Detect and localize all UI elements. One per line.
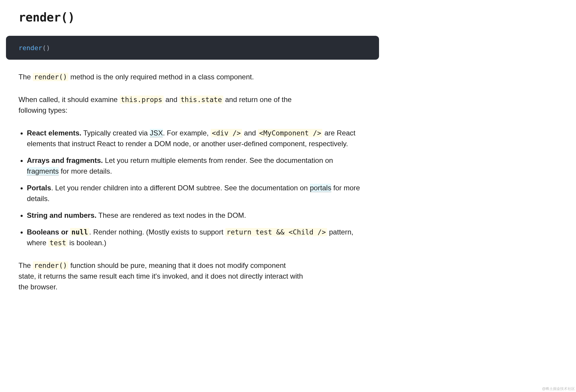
section-heading: render(): [0, 0, 385, 33]
paragraph-pure: The render() function should be pure, me…: [19, 260, 305, 292]
inline-code-render: render(): [33, 73, 68, 81]
inline-code-render: render(): [33, 261, 68, 270]
inline-code-test: test: [48, 239, 67, 247]
text: . For example,: [163, 129, 211, 137]
list-item: String and numbers. These are rendered a…: [27, 210, 366, 221]
text: Let you return multiple elements from re…: [103, 156, 333, 164]
list-item: Booleans or null. Render nothing. (Mostl…: [27, 227, 366, 248]
list-item: Arrays and fragments. Let you return mul…: [27, 155, 366, 177]
inline-code-state: this.state: [179, 95, 223, 104]
jsx-link[interactable]: JSX: [150, 129, 163, 137]
inline-code-null: null: [70, 228, 89, 236]
text: for more details.: [59, 167, 112, 175]
text: . Let you render children into a differe…: [51, 184, 310, 192]
text: is boolean.): [67, 239, 107, 247]
text: The: [19, 73, 33, 81]
text: The: [19, 261, 33, 269]
inline-code-return-test: return test && <Child />: [225, 228, 327, 236]
code-token-fn: render: [19, 44, 42, 52]
paragraph-examine: When called, it should examine this.prop…: [19, 94, 305, 116]
text: and: [164, 95, 179, 104]
inline-code-mycomponent: <MyComponent />: [258, 129, 322, 137]
code-token-parens: (): [42, 44, 50, 52]
item-label: String and numbers.: [27, 211, 96, 219]
text: Typically created via: [81, 129, 150, 137]
list-item: React elements. Typically created via JS…: [27, 128, 366, 149]
text: method is the only required method in a …: [68, 73, 254, 81]
doc-content: The render() method is the only required…: [0, 72, 385, 292]
item-label: Booleans or null: [27, 228, 89, 236]
paragraph-intro: The render() method is the only required…: [19, 72, 305, 82]
inline-code-div: <div />: [211, 129, 242, 137]
text: These are rendered as text nodes in the …: [96, 211, 246, 219]
text: When called, it should examine: [19, 95, 120, 104]
fragments-link[interactable]: fragments: [27, 167, 59, 175]
text: and: [242, 129, 258, 137]
item-label: Arrays and fragments.: [27, 156, 103, 164]
doc-page: render() render() The render() method is…: [0, 0, 385, 304]
text: . Render nothing. (Mostly exists to supp…: [89, 228, 225, 236]
item-label: React elements.: [27, 129, 81, 137]
code-block: render(): [6, 36, 379, 60]
portals-link[interactable]: portals: [310, 184, 331, 192]
list-item: Portals. Let you render children into a …: [27, 183, 366, 204]
inline-code-props: this.props: [120, 95, 164, 104]
return-types-list: React elements. Typically created via JS…: [19, 128, 366, 248]
item-label: Portals: [27, 184, 51, 192]
